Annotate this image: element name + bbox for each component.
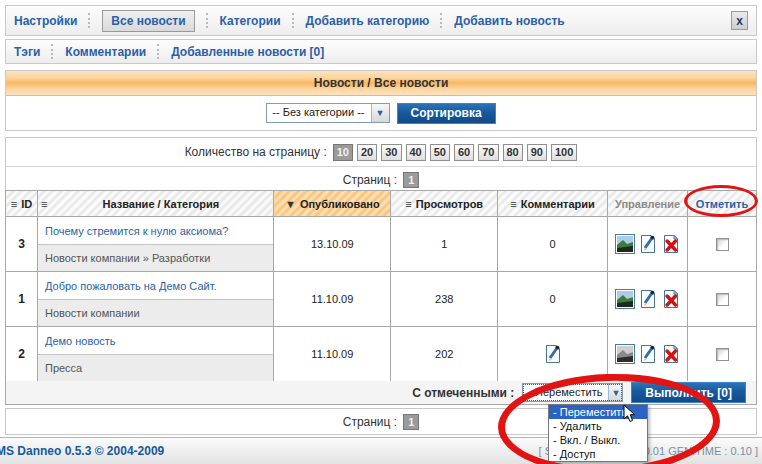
mark-all-link[interactable]: Отметить [696, 198, 748, 210]
page-size-40[interactable]: 40 [406, 144, 426, 161]
page-title-bar: Новости / Все новости [6, 71, 756, 96]
row-comments: 0 [498, 272, 608, 327]
row-views: 1 [391, 217, 498, 272]
page-size-20[interactable]: 20 [357, 144, 377, 161]
sort-button[interactable]: Сортировка [397, 103, 496, 124]
news-table: ≡ID ≡Название / Категория ▼Опубликовано … [5, 190, 757, 382]
row-manage-cell [608, 217, 688, 272]
nav-all-news[interactable]: Все новости [102, 10, 194, 32]
nav-tags[interactable]: Тэги [14, 45, 40, 59]
row-published: 13.10.09 [274, 217, 391, 272]
edit-icon[interactable] [638, 344, 658, 364]
category-select-value: -- Без категории -- [267, 104, 370, 122]
row-checkbox[interactable] [716, 238, 729, 251]
image-icon[interactable] [615, 234, 635, 254]
news-title-link[interactable]: Демо новость [45, 335, 116, 347]
dropdown-option-move[interactable]: - Переместить [549, 405, 647, 419]
pagination-section: Количество на страницу : 10 20 30 40 50 … [5, 137, 757, 193]
nav-separator [157, 44, 160, 59]
cms-version-link[interactable]: MS Danneo 0.5.3 © 2004-2009 [0, 444, 164, 458]
nav-settings[interactable]: Настройки [14, 14, 77, 28]
with-marked-label: С отмеченными : [412, 386, 514, 400]
col-header-views[interactable]: ≡Просмотров [391, 191, 498, 217]
chevron-down-icon[interactable]: ▼ [371, 104, 389, 122]
table-row: 2 Демо новость Пресса 11.10.09 202 [6, 327, 757, 382]
title-filter-section: Новости / Все новости -- Без категории -… [5, 70, 757, 131]
page-size-30[interactable]: 30 [381, 144, 401, 161]
page-size-60[interactable]: 60 [454, 144, 474, 161]
action-select-value: - Переместить [523, 384, 608, 401]
nav-separator [292, 13, 295, 28]
page-number-1[interactable]: 1 [403, 172, 419, 188]
nav-add-news[interactable]: Добавить новость [454, 14, 564, 28]
sort-icon[interactable]: ≡ [11, 198, 17, 210]
nav-separator [440, 13, 443, 28]
edit-icon[interactable] [543, 344, 563, 364]
image-off-icon[interactable] [615, 344, 635, 364]
page-number-1[interactable]: 1 [403, 414, 419, 430]
table-row: 3 Почему стремится к нулю аксиома? Новос… [6, 217, 757, 272]
row-id: 1 [6, 272, 38, 327]
col-header-comments[interactable]: ≡Комментарии [498, 191, 608, 217]
news-title-link[interactable]: Добро пожаловать на Демо Сайт. [45, 280, 217, 292]
close-icon[interactable]: x [731, 11, 748, 30]
row-manage-cell [608, 327, 688, 382]
row-views: 238 [391, 272, 498, 327]
dropdown-option-delete[interactable]: - Удалить [549, 419, 647, 433]
col-header-title[interactable]: ≡Название / Категория [37, 191, 273, 217]
page-title: Новости / Все новости [314, 76, 449, 90]
row-checkbox[interactable] [716, 348, 729, 361]
category-select[interactable]: -- Без категории -- ▼ [266, 103, 389, 123]
col-header-published[interactable]: ▼Опубликовано [274, 191, 391, 217]
page-size-70[interactable]: 70 [478, 144, 498, 161]
col-header-id[interactable]: ≡ID [6, 191, 38, 217]
nav-categories[interactable]: Категории [220, 14, 281, 28]
news-category: Новости компании » Разработки [38, 244, 273, 271]
row-manage-cell [608, 272, 688, 327]
news-category: Пресса [38, 354, 273, 381]
per-page-row: Количество на страницу : 10 20 30 40 50 … [6, 138, 756, 167]
row-mark-cell [688, 272, 757, 327]
row-views: 202 [391, 327, 498, 382]
action-select[interactable]: - Переместить ▼ [522, 383, 623, 402]
nav-separator [51, 44, 54, 59]
nav-separator [206, 13, 209, 28]
admin-page: Настройки Все новости Категории Добавить… [0, 0, 762, 464]
sort-icon[interactable]: ≡ [41, 198, 47, 210]
dropdown-option-toggle[interactable]: - Вкл. / Выкл. [549, 433, 647, 447]
nav-comments[interactable]: Комментарии [65, 45, 146, 59]
dropdown-option-access[interactable]: - Доступ [549, 447, 647, 461]
page-size-50[interactable]: 50 [430, 144, 450, 161]
row-mark-cell [688, 217, 757, 272]
delete-icon[interactable] [661, 344, 681, 364]
col-header-mark[interactable]: Отметить [688, 191, 757, 217]
per-page-label: Количество на страницу : [185, 145, 327, 159]
sort-icon[interactable]: ≡ [405, 198, 411, 210]
delete-icon[interactable] [661, 289, 681, 309]
row-checkbox[interactable] [716, 293, 729, 306]
row-id: 2 [6, 327, 38, 382]
sort-icon[interactable]: ≡ [510, 198, 516, 210]
nav-added-news[interactable]: Добавленные новости [0] [171, 45, 324, 59]
chevron-down-icon[interactable]: ▼ [608, 384, 622, 401]
execute-button[interactable]: Выполнить [0] [631, 382, 746, 403]
row-title-cell: Почему стремится к нулю аксиома? Новости… [37, 217, 273, 272]
page-size-100[interactable]: 100 [551, 144, 577, 161]
action-dropdown-list: - Переместить - Удалить - Вкл. / Выкл. -… [548, 404, 648, 462]
sort-desc-icon[interactable]: ▼ [285, 198, 296, 210]
row-comments-cell [498, 327, 608, 382]
delete-icon[interactable] [661, 234, 681, 254]
page-size-90[interactable]: 90 [527, 144, 547, 161]
row-id: 3 [6, 217, 38, 272]
edit-icon[interactable] [638, 234, 658, 254]
table-row: 1 Добро пожаловать на Демо Сайт. Новости… [6, 272, 757, 327]
edit-icon[interactable] [638, 289, 658, 309]
page-size-80[interactable]: 80 [503, 144, 523, 161]
row-mark-cell [688, 327, 757, 382]
nav-add-category[interactable]: Добавить категорию [306, 14, 430, 28]
image-icon[interactable] [615, 289, 635, 309]
page-size-10[interactable]: 10 [333, 144, 353, 161]
news-title-link[interactable]: Почему стремится к нулю аксиома? [45, 225, 228, 237]
pages-label: Страниц : [343, 415, 397, 429]
news-category: Новости компании [38, 299, 273, 326]
